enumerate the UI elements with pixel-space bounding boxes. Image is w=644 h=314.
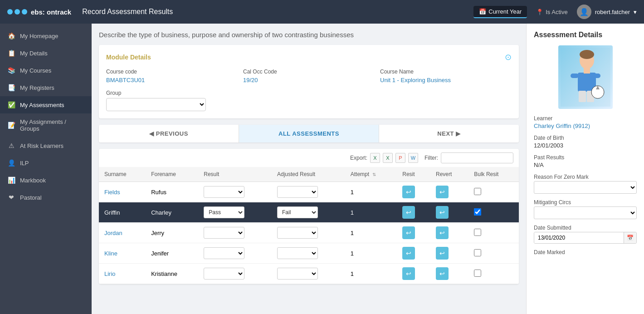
export-label: Export: xyxy=(350,155,367,161)
surname-link[interactable]: Griffin xyxy=(104,209,120,216)
cal-occ-value: 19/20 xyxy=(243,77,258,83)
result-select[interactable]: PassFailMeritDistinction xyxy=(277,227,318,239)
sidebar-item-label: My Courses xyxy=(20,67,51,74)
surname-link[interactable]: Lirio xyxy=(104,270,116,277)
bulk-resit-checkbox[interactable] xyxy=(474,249,481,256)
is-active-button[interactable]: 📍 Is Active xyxy=(531,6,573,18)
card-title: Module Details xyxy=(106,54,151,61)
course-name-field: Course Name Unit 1 - Exploring Business xyxy=(380,69,512,83)
result-select[interactable]: PassFailMeritDistinction xyxy=(277,206,318,218)
sidebar-item-pastoral[interactable]: ❤Pastoral xyxy=(0,189,92,206)
sidebar-item-my-homepage[interactable]: 🏠My Homepage xyxy=(0,27,92,44)
sidebar-item-label: My Assessments xyxy=(20,102,64,108)
sidebar-item-my-details[interactable]: 📋My Details xyxy=(0,44,92,62)
cell-bulk-resit xyxy=(468,223,519,243)
surname-link[interactable]: Jordan xyxy=(104,230,122,236)
mitigating-label: Mitigating Circs xyxy=(534,199,637,206)
cell-adjusted-result: PassFailMeritDistinction xyxy=(272,264,345,284)
sidebar-item-at-risk-learners[interactable]: ⚠At Risk Learners xyxy=(0,137,92,154)
assessment-table: Surname Forename Result Adjusted Result … xyxy=(99,167,519,284)
sidebar-item-markbook[interactable]: 📊Markbook xyxy=(0,172,92,189)
filter-input[interactable] xyxy=(441,152,513,163)
sidebar-item-label: Pastoral xyxy=(20,194,42,201)
dob-field: Date of Birth 12/01/2003 xyxy=(534,135,637,149)
bulk-resit-checkbox[interactable] xyxy=(474,229,481,236)
table-row: Fields Rufus PassFailMeritDistinction Pa… xyxy=(99,182,519,202)
surname-link[interactable]: Fields xyxy=(104,189,120,196)
bulk-resit-checkbox[interactable] xyxy=(474,208,481,216)
past-results-value: N/A xyxy=(534,162,637,168)
dropdown-icon[interactable]: ▾ xyxy=(634,9,637,15)
revert-button[interactable]: ↩ xyxy=(436,267,449,280)
sidebar-item-my-assessments[interactable]: ✅My Assessments xyxy=(0,96,92,113)
module-details-card: Module Details ⊙ Course code BMABTC3U01 … xyxy=(99,45,519,118)
revert-button[interactable]: ↩ xyxy=(436,186,449,198)
sidebar-item-my-registers[interactable]: 📑My Registers xyxy=(0,79,92,96)
logo-dots xyxy=(7,9,27,15)
revert-button[interactable]: ↩ xyxy=(436,247,449,260)
table-row: Jordan Jerry PassFailMeritDistinction Pa… xyxy=(99,223,519,243)
page-title: Record Assessment Results xyxy=(82,8,473,16)
my-homepage-icon: 🏠 xyxy=(7,32,15,39)
export-xls-icon[interactable]: X xyxy=(370,153,380,163)
cell-attempt: 1 xyxy=(345,182,397,202)
pin-icon: 📍 xyxy=(536,9,543,15)
result-select[interactable]: PassFailMeritDistinction xyxy=(277,186,318,198)
current-year-label: Current Year xyxy=(488,8,522,15)
result-select[interactable]: PassFailMeritDistinction xyxy=(277,268,318,280)
result-select[interactable]: PassFailMeritDistinction xyxy=(204,268,244,280)
course-code-value: BMABTC3U01 xyxy=(106,77,145,83)
sidebar-item-ilp[interactable]: 👤ILP xyxy=(0,154,92,172)
resit-button[interactable]: ↩ xyxy=(402,267,415,280)
sidebar-item-label: My Homepage xyxy=(20,33,59,39)
resit-button[interactable]: ↩ xyxy=(402,206,415,219)
calendar-picker-icon[interactable]: 📅 xyxy=(624,232,636,243)
all-assessments-button[interactable]: ALL ASSESSMENTS xyxy=(239,125,379,142)
result-select[interactable]: PassFailMeritDistinction xyxy=(204,227,244,239)
sidebar-item-my-courses[interactable]: 📚My Courses xyxy=(0,62,92,79)
next-button[interactable]: NEXT ▶ xyxy=(379,125,519,142)
resit-button[interactable]: ↩ xyxy=(402,226,415,239)
revert-button[interactable]: ↩ xyxy=(436,206,449,219)
reason-zero-select[interactable] xyxy=(534,181,637,194)
export-pdf-icon[interactable]: P xyxy=(395,153,405,163)
export-xlsx-icon[interactable]: X xyxy=(383,153,393,163)
date-submitted-label: Date Submitted xyxy=(534,225,637,231)
past-results-label: Past Results xyxy=(534,154,637,161)
col-bulk-resit: Bulk Resit xyxy=(468,167,519,182)
my-courses-icon: 📚 xyxy=(7,67,15,74)
date-submitted-input[interactable] xyxy=(534,232,624,243)
cell-revert: ↩ xyxy=(430,223,468,243)
calendar-icon: 📅 xyxy=(479,8,486,15)
svg-rect-5 xyxy=(592,74,600,78)
revert-button[interactable]: ↩ xyxy=(436,226,449,239)
sidebar-item-label: At Risk Learners xyxy=(20,142,63,149)
current-year-button[interactable]: 📅 Current Year xyxy=(473,6,527,18)
reason-zero-field: Reason For Zero Mark xyxy=(534,174,637,194)
mitigating-select[interactable] xyxy=(534,206,637,219)
sidebar-item-label: My Assignments / Groups xyxy=(20,118,84,132)
group-select[interactable] xyxy=(106,98,206,111)
cell-resit: ↩ xyxy=(397,264,430,284)
bulk-resit-checkbox[interactable] xyxy=(474,188,481,195)
collapse-button[interactable]: ⊙ xyxy=(505,52,512,62)
col-result: Result xyxy=(198,167,272,182)
cell-attempt: 1 xyxy=(345,223,397,243)
svg-rect-7 xyxy=(579,91,586,102)
svg-rect-6 xyxy=(584,68,590,74)
resit-button[interactable]: ↩ xyxy=(402,186,415,198)
bulk-resit-checkbox[interactable] xyxy=(474,270,481,277)
surname-link[interactable]: Kline xyxy=(104,250,117,257)
course-name-label: Course Name xyxy=(380,69,512,75)
cell-surname: Jordan xyxy=(99,223,146,243)
sidebar-item-my-assignments-groups[interactable]: 📝My Assignments / Groups xyxy=(0,113,92,137)
result-select[interactable]: PassFailMeritDistinction xyxy=(204,206,244,218)
result-select[interactable]: PassFailMeritDistinction xyxy=(204,247,244,259)
result-select[interactable]: PassFailMeritDistinction xyxy=(204,186,244,198)
result-select[interactable]: PassFailMeritDistinction xyxy=(277,247,318,259)
cell-forename: Rufus xyxy=(146,182,198,202)
cell-adjusted-result: PassFailMeritDistinction xyxy=(272,223,345,243)
resit-button[interactable]: ↩ xyxy=(402,247,415,260)
export-other-icon[interactable]: W xyxy=(408,153,418,163)
previous-button[interactable]: ◀ PREVIOUS xyxy=(99,125,239,142)
